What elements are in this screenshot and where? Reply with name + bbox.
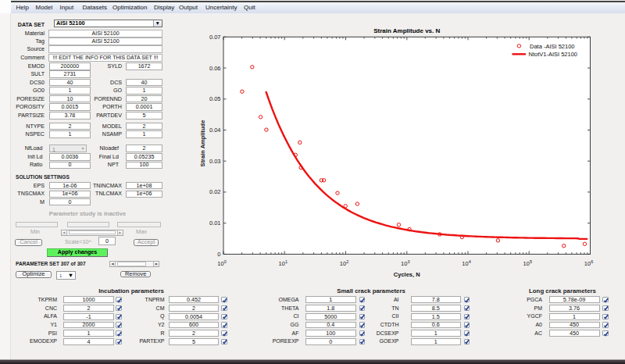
svg-text:101: 101 bbox=[279, 259, 288, 267]
svg-text:0.01: 0.01 bbox=[209, 219, 221, 227]
svg-text:Strain Amplitude vs. N: Strain Amplitude vs. N bbox=[373, 27, 440, 34]
svg-text:105: 105 bbox=[523, 259, 532, 267]
svg-text:0.03: 0.03 bbox=[209, 158, 221, 165]
svg-text:100: 100 bbox=[217, 259, 226, 267]
svg-text:102: 102 bbox=[340, 259, 348, 267]
svg-text:Data -AISI 52100: Data -AISI 52100 bbox=[530, 43, 575, 50]
svg-text:NtotV1-AISI 52100: NtotV1-AISI 52100 bbox=[529, 51, 578, 58]
svg-text:0.02: 0.02 bbox=[209, 188, 221, 195]
svg-text:104: 104 bbox=[462, 259, 470, 267]
svg-text:0.04: 0.04 bbox=[209, 127, 221, 134]
svg-text:Strain Amplitude: Strain Amplitude bbox=[199, 120, 206, 167]
svg-text:0: 0 bbox=[217, 251, 220, 258]
svg-text:0.05: 0.05 bbox=[209, 95, 221, 102]
svg-text:103: 103 bbox=[401, 259, 409, 267]
svg-text:Cycles, N: Cycles, N bbox=[394, 271, 420, 278]
svg-text:0.06: 0.06 bbox=[209, 65, 221, 72]
svg-text:0.07: 0.07 bbox=[209, 34, 221, 41]
svg-text:106: 106 bbox=[584, 259, 593, 267]
